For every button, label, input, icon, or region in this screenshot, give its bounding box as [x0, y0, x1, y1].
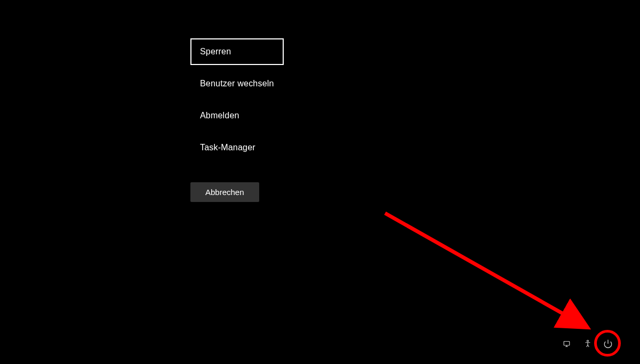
- menu-item-task-manager[interactable]: Task-Manager: [190, 134, 284, 161]
- svg-line-6: [385, 213, 581, 324]
- menu-item-label: Benutzer wechseln: [200, 79, 274, 88]
- menu-item-lock[interactable]: Sperren: [190, 38, 284, 65]
- menu-item-switch-user[interactable]: Benutzer wechseln: [190, 70, 284, 97]
- system-tray: [562, 338, 613, 349]
- annotation-arrow: [379, 207, 603, 345]
- accessibility-icon[interactable]: [582, 338, 593, 349]
- cancel-button-label: Abbrechen: [205, 188, 244, 197]
- cancel-button[interactable]: Abbrechen: [190, 182, 259, 202]
- power-icon[interactable]: [603, 338, 613, 349]
- menu-item-label: Abmelden: [200, 111, 239, 120]
- menu-item-label: Task-Manager: [200, 143, 255, 152]
- menu-item-sign-out[interactable]: Abmelden: [190, 102, 284, 129]
- network-icon[interactable]: [562, 338, 573, 349]
- security-options-menu: Sperren Benutzer wechseln Abmelden Task-…: [190, 38, 284, 202]
- svg-point-3: [587, 340, 589, 342]
- menu-item-label: Sperren: [200, 47, 231, 56]
- svg-rect-0: [564, 342, 570, 346]
